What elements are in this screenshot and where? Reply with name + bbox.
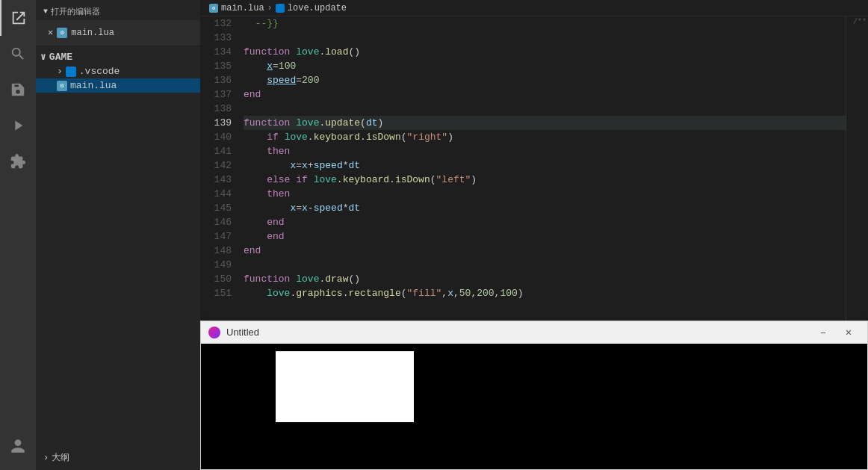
code-line-145: x=x-speed*dt <box>244 201 846 215</box>
popup-title: Untitled <box>226 327 259 338</box>
line-num-140: 140 <box>200 130 232 144</box>
game-folder-header[interactable]: ∨ GAME <box>36 49 200 64</box>
line-num-138: 138 <box>200 102 232 116</box>
code-line-135: x=100 <box>244 59 846 73</box>
run-icon[interactable] <box>0 108 36 143</box>
minimize-icon: – <box>820 327 826 338</box>
code-line-133 <box>244 31 846 45</box>
outline-label: 大纲 <box>52 451 69 464</box>
open-editor-filename: main.lua <box>71 28 114 38</box>
line-num-135: 135 <box>200 59 232 73</box>
breadcrumb-file-icon: ⚙ <box>209 4 218 13</box>
line-num-145: 145 <box>200 201 232 215</box>
vscode-folder-item[interactable]: › .vscode <box>36 64 200 78</box>
explorer-tree: ∨ GAME › .vscode ⚙ main.lua <box>36 46 200 445</box>
line-num-137: 137 <box>200 87 232 102</box>
open-editors-label: 打开的编辑器 <box>51 6 100 17</box>
main-lua-label: main.lua <box>70 80 117 91</box>
close-button[interactable]: ✕ <box>837 325 860 340</box>
chevron-down-icon: ∨ <box>40 51 46 63</box>
breadcrumb-file: main.lua <box>221 3 264 13</box>
code-line-132: --}} <box>244 16 846 31</box>
code-line-146: end <box>244 215 846 229</box>
line-num-143: 143 <box>200 173 232 187</box>
outline-section[interactable]: › 大纲 <box>36 445 200 470</box>
popup-title-left: Untitled <box>208 327 259 338</box>
git-icon[interactable] <box>0 72 36 108</box>
popup-titlebar: Untitled – ✕ <box>201 321 867 344</box>
game-label: GAME <box>49 52 72 63</box>
code-line-151: love.graphics.rectangle("fill",x,50,200,… <box>244 286 846 300</box>
code-line-138 <box>244 102 846 116</box>
line-num-139: 139 <box>200 116 232 130</box>
chevron-right-icon: › <box>43 453 49 463</box>
activity-bar <box>0 0 36 470</box>
line-num-148: 148 <box>200 244 232 258</box>
comment-hint: /** <box>853 18 867 26</box>
code-line-140: if love.keyboard.isDown("right") <box>244 130 846 144</box>
line-num-132: 132 <box>200 16 232 31</box>
popup-controls: – ✕ <box>812 325 860 340</box>
extensions-icon[interactable] <box>0 143 36 179</box>
line-num-147: 147 <box>200 229 232 244</box>
breadcrumb-symbol-icon <box>276 4 285 13</box>
account-icon[interactable] <box>0 428 36 464</box>
line-num-141: 141 <box>200 144 232 158</box>
search-icon[interactable] <box>0 36 36 72</box>
line-num-144: 144 <box>200 187 232 201</box>
line-num-136: 136 <box>200 73 232 87</box>
code-line-137: end <box>244 87 846 102</box>
breadcrumb-sep: › <box>267 3 273 13</box>
line-num-133: 133 <box>200 31 232 45</box>
line-num-142: 142 <box>200 158 232 173</box>
love-icon <box>208 327 220 338</box>
vscode-folder-label: .vscode <box>79 66 120 77</box>
minimize-button[interactable]: – <box>812 325 834 340</box>
popup-content <box>201 344 867 469</box>
vscode-folder-icon <box>66 67 76 77</box>
close-icon[interactable]: ✕ <box>48 27 53 38</box>
breadcrumb: ⚙ main.lua › love.update <box>200 0 868 16</box>
code-line-134: function love.load() <box>244 45 846 59</box>
line-num-146: 146 <box>200 215 232 229</box>
lua-file-icon: ⚙ <box>57 28 67 38</box>
close-icon: ✕ <box>846 326 852 338</box>
code-line-142: x=x+speed*dt <box>244 158 846 173</box>
popup-window: Untitled – ✕ <box>200 321 868 470</box>
game-rectangle <box>276 351 414 422</box>
line-num-151: 151 <box>200 286 232 300</box>
code-line-141: then <box>244 144 846 158</box>
open-editors-tab-bar: ✕ ⚙ main.lua <box>36 20 200 46</box>
line-num-149: 149 <box>200 258 232 272</box>
code-line-139: function love.update(dt) <box>244 116 846 130</box>
main-lua-item[interactable]: ⚙ main.lua <box>36 78 200 93</box>
line-num-134: 134 <box>200 45 232 59</box>
code-line-143: else if love.keyboard.isDown("left") <box>244 173 846 187</box>
code-line-150: function love.draw() <box>244 272 846 286</box>
sidebar: ▼ 打开的编辑器 ✕ ⚙ main.lua ∨ GAME › .vscode ⚙… <box>36 0 200 470</box>
code-line-147: end <box>244 229 846 244</box>
open-editor-tab[interactable]: ✕ ⚙ main.lua <box>42 20 120 46</box>
code-line-144: then <box>244 187 846 201</box>
code-line-148: end <box>244 244 846 258</box>
breadcrumb-symbol: love.update <box>288 3 347 13</box>
explorer-icon[interactable] <box>0 0 36 36</box>
code-line-149 <box>244 258 846 272</box>
lua-icon: ⚙ <box>57 81 67 91</box>
chevron-right-icon: › <box>57 66 63 77</box>
chevron-down-icon: ▼ <box>43 7 48 16</box>
code-line-136: speed=200 <box>244 73 846 87</box>
line-num-150: 150 <box>200 272 232 286</box>
open-editors-header[interactable]: ▼ 打开的编辑器 <box>36 0 200 20</box>
editor-area: ⚙ main.lua › love.update 132 133 134 135… <box>200 0 868 470</box>
